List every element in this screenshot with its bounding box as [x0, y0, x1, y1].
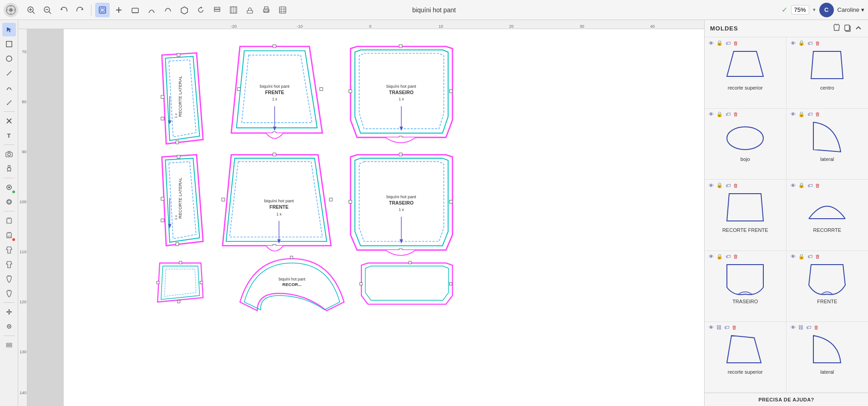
- moldes-copy-icon[interactable]: [843, 24, 852, 33]
- molde-lock-btn[interactable]: 🔒: [716, 182, 723, 188]
- erase-button[interactable]: [128, 3, 142, 17]
- text-tool[interactable]: T: [2, 129, 16, 142]
- curve1-button[interactable]: [144, 3, 159, 17]
- molde-eye-btn[interactable]: 👁: [790, 111, 796, 117]
- molde-lock-btn[interactable]: 🔒: [798, 111, 805, 117]
- zoom-in-button[interactable]: [24, 3, 38, 17]
- molde-delete-btn[interactable]: 🗑: [733, 182, 739, 188]
- molde-tag-btn[interactable]: 🏷: [725, 111, 731, 117]
- garment5-tool[interactable]: [2, 272, 16, 286]
- molde-tag-btn[interactable]: 🏷: [807, 111, 813, 117]
- molde-eye-btn[interactable]: 👁: [708, 182, 714, 188]
- molde-label-recorte-superior-1: recorte superior: [728, 85, 763, 90]
- arrow-tool[interactable]: [2, 23, 16, 36]
- add-button[interactable]: [112, 3, 126, 17]
- zoom-out-button[interactable]: [40, 3, 55, 17]
- molde-shape-frente: [804, 261, 850, 298]
- settings-tool[interactable]: [2, 338, 16, 352]
- molde-tag-btn[interactable]: 🏷: [807, 182, 813, 188]
- grid-button[interactable]: [275, 3, 290, 17]
- garment4-tool[interactable]: [2, 257, 16, 271]
- molde-delete-btn[interactable]: 🗑: [733, 111, 739, 117]
- svg-text:1 x: 1 x: [174, 113, 178, 118]
- molde-label-lateral-2: lateral: [820, 369, 834, 375]
- molde-tag-btn[interactable]: 🏷: [725, 254, 731, 260]
- molde-tag-btn[interactable]: 🏷: [807, 40, 813, 46]
- molde-tag-btn[interactable]: 🏷: [724, 325, 730, 330]
- molde-delete-btn[interactable]: 🗑: [733, 254, 739, 260]
- move-pieces-tool[interactable]: [2, 305, 16, 319]
- molde-eye-btn[interactable]: 👁: [790, 182, 796, 188]
- help-footer[interactable]: PRECISA DE AJUDA?: [705, 393, 868, 406]
- molde-delete-btn[interactable]: 🗑: [815, 111, 821, 117]
- ruler-mark: 30: [579, 24, 584, 29]
- select-tool-button[interactable]: [95, 3, 110, 17]
- print-button[interactable]: [259, 3, 274, 17]
- pieces-button[interactable]: [177, 3, 192, 17]
- undo-button[interactable]: [56, 3, 71, 17]
- molde-lock-btn[interactable]: ⛓: [798, 325, 804, 330]
- garment1-tool[interactable]: [2, 214, 16, 227]
- molde-delete-btn[interactable]: 🗑: [731, 325, 737, 330]
- svg-rect-40: [6, 41, 12, 47]
- pin-tool[interactable]: [2, 320, 16, 333]
- molde-lock-btn[interactable]: 🔒: [798, 254, 805, 260]
- delete-tool[interactable]: [2, 114, 16, 128]
- main-canvas[interactable]: RECORTE LATERAL 1 x: [27, 29, 704, 406]
- molde-lock-btn[interactable]: 🔒: [716, 40, 723, 46]
- svg-marker-39: [7, 27, 12, 32]
- molde-eye-btn[interactable]: 👁: [708, 40, 714, 46]
- layers-button[interactable]: [210, 3, 224, 17]
- molde-delete-btn[interactable]: 🗑: [815, 40, 821, 46]
- garment3-tool[interactable]: [2, 243, 16, 256]
- app-logo[interactable]: [4, 3, 18, 17]
- fill-tool[interactable]: [2, 180, 16, 194]
- camera-tool[interactable]: [2, 147, 16, 161]
- molde-lock-btn[interactable]: ⛓: [716, 325, 722, 330]
- svg-rect-15: [99, 7, 106, 13]
- rotate-button[interactable]: [193, 3, 208, 17]
- molde-eye-btn[interactable]: 👁: [708, 111, 714, 117]
- molde-eye-btn[interactable]: 👁: [790, 40, 796, 46]
- molde-tag-btn[interactable]: 🏷: [806, 325, 812, 330]
- moldes-collapse-icon[interactable]: [854, 24, 863, 33]
- redo-button[interactable]: [73, 3, 87, 17]
- molde-eye-btn[interactable]: 👁: [790, 254, 796, 260]
- molde-delete-btn[interactable]: 🗑: [733, 40, 739, 46]
- molde-lock-btn[interactable]: 🔒: [798, 40, 805, 46]
- garment6-tool[interactable]: [2, 286, 16, 300]
- svg-marker-157: [727, 336, 761, 363]
- molde-cell-centro-1: 👁 🔒 🏷 🗑 centro: [787, 37, 868, 109]
- line-tool[interactable]: [2, 66, 16, 80]
- molde-label-lateral: lateral: [820, 156, 834, 162]
- molde-icons-row: 👁 🔒 🏷 🗑: [790, 182, 821, 188]
- curve-tool[interactable]: [2, 81, 16, 95]
- pen-tool[interactable]: [2, 95, 16, 109]
- molde-eye-btn[interactable]: 👁: [790, 325, 796, 330]
- user-menu[interactable]: Caroline ▾: [838, 6, 864, 13]
- molde-cell-recorte-superior-1: 👁 🔒 🏷 🗑 recorte superior: [705, 37, 787, 109]
- molde-lock-btn[interactable]: 🔒: [716, 254, 723, 260]
- svg-rect-137: [179, 261, 182, 264]
- molde-eye-btn[interactable]: 👁: [708, 325, 714, 330]
- curve2-button[interactable]: [161, 3, 175, 17]
- molde-eye-btn[interactable]: 👁: [708, 254, 714, 260]
- molde-delete-btn[interactable]: 🗑: [813, 325, 819, 330]
- body-tool[interactable]: [2, 162, 16, 175]
- ruler-mark: 20: [509, 24, 513, 29]
- garment2-tool[interactable]: [2, 228, 16, 242]
- molde-tag-btn[interactable]: 🏷: [725, 182, 731, 188]
- molde-lock-btn[interactable]: 🔒: [716, 111, 723, 117]
- molde-lock-btn[interactable]: 🔒: [798, 182, 805, 188]
- molde-delete-btn[interactable]: 🗑: [815, 182, 821, 188]
- molde-tag-btn[interactable]: 🏷: [807, 254, 813, 260]
- molde-delete-btn[interactable]: 🗑: [815, 254, 821, 260]
- zoom-dropdown[interactable]: 75%: [791, 5, 809, 15]
- circle-tool[interactable]: [2, 52, 16, 65]
- moldes-garment-icon[interactable]: [832, 24, 841, 33]
- molde-tag-btn[interactable]: 🏷: [725, 40, 731, 46]
- rect-tool[interactable]: [2, 37, 16, 51]
- adjust-tool[interactable]: [2, 195, 16, 209]
- stamp-button[interactable]: [243, 3, 257, 17]
- move-button[interactable]: [226, 3, 241, 17]
